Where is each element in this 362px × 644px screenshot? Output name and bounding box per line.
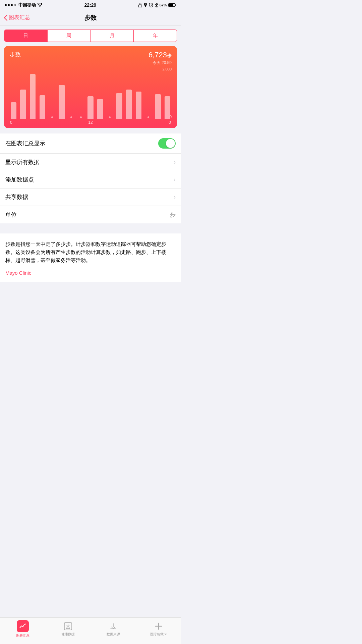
chart-ref-line: 2,000	[9, 67, 172, 71]
bar-col-10	[106, 72, 114, 119]
carrier-label: 中国移动	[18, 2, 36, 8]
x-label-12: 12	[88, 120, 93, 125]
settings-row-share[interactable]: 共享数据 ›	[0, 189, 181, 206]
settings-row-all-data[interactable]: 显示所有数据 ›	[0, 154, 181, 171]
chart-header: 步数 6,723步 今天 20:59	[9, 51, 172, 66]
all-data-label: 显示所有数据	[5, 158, 40, 166]
svg-rect-0	[138, 5, 142, 7]
tab-month[interactable]: 月	[90, 30, 134, 42]
row-right-3: ›	[172, 194, 176, 201]
bar-5	[59, 85, 64, 119]
dashboard-label: 在图表汇总显示	[5, 140, 45, 147]
settings-section: 在图表汇总显示 显示所有数据 › 添加数据点 › 共享数据 › 单位 步	[0, 133, 181, 223]
bar-dot-4	[51, 116, 53, 118]
status-right: 67%	[138, 3, 176, 7]
row-right-2: ›	[172, 176, 176, 183]
bar-0	[11, 102, 16, 119]
chevron-icon: ›	[174, 159, 176, 166]
chevron-icon-2: ›	[174, 176, 176, 183]
bar-col-15	[154, 72, 162, 119]
bar-dot-6	[70, 116, 72, 118]
steps-chart-card: 步数 6,723步 今天 20:59 2,000 0 12 0	[4, 46, 177, 128]
bar-col-3	[38, 72, 47, 119]
bar-col-11	[115, 72, 124, 119]
back-button[interactable]: 图表汇总	[4, 14, 30, 21]
chevron-icon-3: ›	[174, 194, 176, 201]
bar-col-8	[86, 72, 95, 119]
bluetooth-icon	[155, 3, 158, 7]
bar-col-7	[77, 72, 85, 119]
bar-col-4	[48, 72, 56, 119]
bar-col-6	[67, 72, 75, 119]
add-data-label: 添加数据点	[5, 176, 34, 183]
description-section: 步数是指您一天中走了多少步。计步器和数字运动追踪器可帮助您确定步数。这类设备会为…	[0, 233, 181, 282]
bar-3	[40, 95, 45, 119]
status-bar: 中国移动 22:29 67%	[0, 0, 181, 10]
status-time: 22:29	[84, 2, 97, 8]
bar-dot-7	[80, 116, 82, 118]
settings-row-unit[interactable]: 单位 步	[0, 206, 181, 223]
bottom-spacer	[0, 282, 181, 315]
bar-8	[87, 96, 93, 119]
chart-time: 今天 20:59	[148, 60, 172, 66]
bar-11	[116, 93, 122, 119]
dashboard-toggle[interactable]	[158, 138, 176, 149]
section-divider	[0, 223, 181, 233]
bar-dot-10	[109, 116, 111, 118]
row-right: ›	[172, 159, 176, 166]
unit-value: 步	[170, 211, 176, 219]
bar-col-12	[125, 72, 133, 119]
status-left: 中国移动	[5, 2, 43, 8]
chart-value-block: 6,723步 今天 20:59	[148, 51, 172, 66]
signal-dots	[5, 4, 16, 6]
svg-rect-3	[175, 4, 176, 6]
chart-value: 6,723	[148, 51, 167, 59]
bar-chart-area	[9, 72, 172, 119]
unit-label: 单位	[5, 211, 17, 219]
bar-col-16	[163, 72, 172, 119]
battery-icon	[168, 3, 176, 7]
settings-row-dashboard[interactable]: 在图表汇总显示	[0, 133, 181, 154]
bar-col-1	[19, 72, 27, 119]
x-label-end: 0	[169, 120, 171, 125]
share-label: 共享数据	[5, 193, 28, 201]
back-chevron-icon	[4, 15, 7, 21]
settings-row-add-data[interactable]: 添加数据点 ›	[0, 171, 181, 189]
bar-col-13	[134, 72, 143, 119]
toggle-knob	[166, 139, 175, 148]
tab-day[interactable]: 日	[4, 30, 47, 42]
svg-rect-4	[169, 4, 173, 6]
bar-col-5	[58, 72, 66, 119]
alarm-icon	[149, 3, 154, 7]
mayo-clinic-link[interactable]: Mayo Clinic	[5, 270, 32, 276]
bar-col-14	[144, 72, 153, 119]
back-label: 图表汇总	[9, 14, 30, 21]
bar-13	[136, 92, 141, 119]
lock-icon	[138, 3, 142, 7]
bar-2	[30, 74, 36, 119]
tab-week[interactable]: 周	[47, 30, 90, 42]
chart-x-labels: 0 12 0	[9, 119, 172, 125]
wifi-icon	[37, 3, 43, 7]
bar-col-0	[9, 72, 18, 119]
x-label-0: 0	[10, 120, 12, 125]
bar-1	[20, 90, 26, 119]
nav-bar: 图表汇总 步数	[0, 10, 181, 25]
battery-percent: 67%	[160, 3, 167, 7]
bar-12	[126, 90, 132, 119]
description-text: 步数是指您一天中走了多少步。计步器和数字运动追踪器可帮助您确定步数。这类设备会为…	[5, 240, 176, 264]
bar-col-2	[28, 72, 37, 119]
chart-title: 步数	[9, 51, 21, 58]
location-icon	[143, 3, 147, 7]
chart-unit: 步	[167, 53, 172, 58]
period-tabs: 日 周 月 年	[4, 30, 177, 42]
page-title: 步数	[84, 14, 97, 22]
bar-col-9	[96, 72, 104, 119]
bar-16	[165, 96, 170, 119]
bar-9	[97, 99, 103, 119]
tab-year[interactable]: 年	[133, 30, 177, 42]
bar-15	[155, 94, 161, 119]
bar-dot-14	[147, 116, 149, 118]
